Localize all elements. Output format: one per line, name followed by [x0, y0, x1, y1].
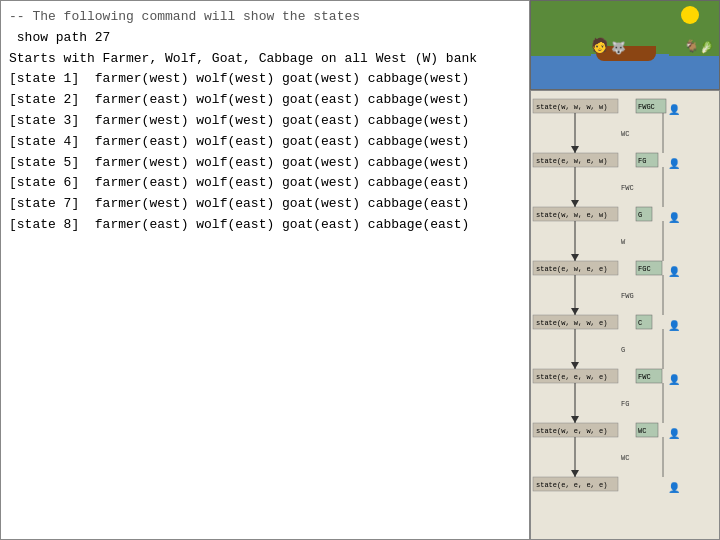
left-panel: -- The following command will show the s… — [0, 0, 530, 540]
comment-line: -- The following command will show the s… — [9, 7, 521, 28]
right-panel: 🧑 🐺 🐐 🥬 state(w, w, w, w) state(e, w, e,… — [530, 0, 720, 540]
grass-left — [531, 36, 591, 56]
state-row: [state 2] farmer(east) wolf(west) goat(e… — [9, 90, 521, 111]
svg-text:state(w, w, e, w): state(w, w, e, w) — [536, 211, 607, 219]
svg-text:👤: 👤 — [668, 481, 681, 494]
svg-text:FWC: FWC — [621, 184, 634, 192]
svg-text:state(w, e, w, e): state(w, e, w, e) — [536, 427, 607, 435]
svg-text:👤: 👤 — [668, 103, 681, 116]
sun — [681, 6, 699, 24]
cabbage-figure: 🥬 — [700, 41, 714, 54]
state-row: [state 5] farmer(west) wolf(east) goat(w… — [9, 153, 521, 174]
svg-text:👤: 👤 — [668, 427, 681, 440]
svg-text:G: G — [638, 211, 642, 219]
svg-text:👤: 👤 — [668, 265, 681, 278]
svg-text:FWGC: FWGC — [638, 103, 655, 111]
wolf-figure: 🐺 — [611, 41, 626, 56]
svg-text:state(e, w, e, e): state(e, w, e, e) — [536, 265, 607, 273]
svg-text:FG: FG — [638, 157, 646, 165]
svg-text:state(e, e, w, e): state(e, e, w, e) — [536, 373, 607, 381]
svg-text:state(w, w, w, e): state(w, w, w, e) — [536, 319, 607, 327]
svg-text:WC: WC — [638, 427, 646, 435]
command-line: show path 27 — [9, 28, 521, 49]
state-row: [state 1] farmer(west) wolf(west) goat(w… — [9, 69, 521, 90]
goat-figure: 🐐 — [684, 39, 699, 54]
starts-line: Starts with Farmer, Wolf, Goat, Cabbage … — [9, 49, 521, 70]
state-row: [state 6] farmer(east) wolf(east) goat(w… — [9, 173, 521, 194]
illustration-bottom: state(w, w, w, w) state(e, w, e, w) stat… — [530, 90, 720, 540]
svg-text:WC: WC — [621, 130, 629, 138]
svg-text:C: C — [638, 319, 642, 327]
svg-text:WC: WC — [621, 454, 629, 462]
svg-text:👤: 👤 — [668, 373, 681, 386]
svg-text:👤: 👤 — [668, 157, 681, 170]
svg-text:FGC: FGC — [638, 265, 651, 273]
svg-text:FWC: FWC — [638, 373, 651, 381]
state-row: [state 7] farmer(west) wolf(east) goat(w… — [9, 194, 521, 215]
svg-text:FG: FG — [621, 400, 629, 408]
svg-text:state(w, w, w, w): state(w, w, w, w) — [536, 103, 607, 111]
states-list: [state 1] farmer(west) wolf(west) goat(w… — [9, 69, 521, 235]
svg-text:👤: 👤 — [668, 211, 681, 224]
svg-text:G: G — [621, 346, 625, 354]
farmer-figure: 🧑 — [591, 37, 608, 54]
svg-text:state(e, e, e, e): state(e, e, e, e) — [536, 481, 607, 489]
state-row: [state 3] farmer(west) wolf(west) goat(e… — [9, 111, 521, 132]
svg-text:state(e, w, e, w): state(e, w, e, w) — [536, 157, 607, 165]
svg-text:FWG: FWG — [621, 292, 634, 300]
svg-text:👤: 👤 — [668, 319, 681, 332]
state-diagram-svg: state(w, w, w, w) state(e, w, e, w) stat… — [531, 91, 720, 540]
state-row: [state 4] farmer(east) wolf(east) goat(e… — [9, 132, 521, 153]
state-row: [state 8] farmer(east) wolf(east) goat(e… — [9, 215, 521, 236]
main-container: -- The following command will show the s… — [0, 0, 720, 540]
illustration-top: 🧑 🐺 🐐 🥬 — [530, 0, 720, 90]
